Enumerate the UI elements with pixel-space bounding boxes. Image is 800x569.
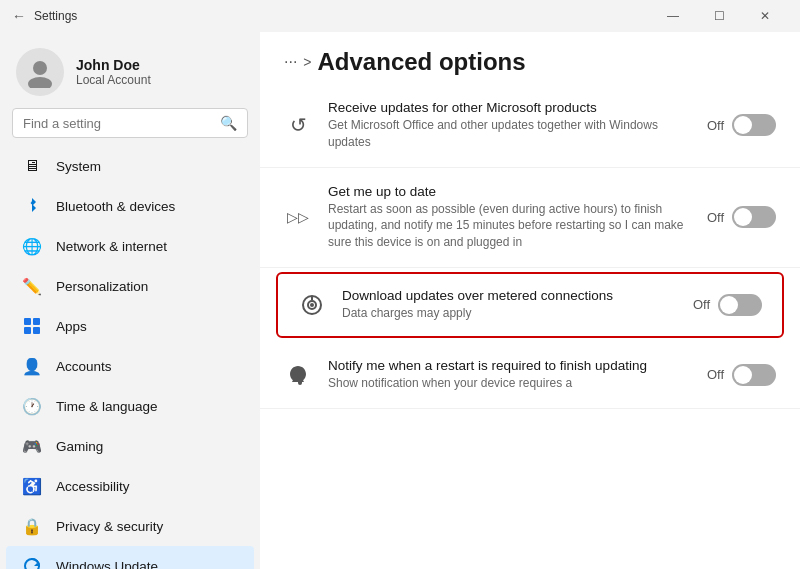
setting-control: Off: [707, 206, 776, 228]
sidebar-item-accounts[interactable]: 👤 Accounts: [6, 346, 254, 386]
sidebar-item-system[interactable]: 🖥 System: [6, 146, 254, 186]
sidebar-item-label: Windows Update: [56, 559, 158, 570]
sidebar-item-windows-update[interactable]: Windows Update: [6, 546, 254, 569]
setting-title: Notify me when a restart is required to …: [328, 358, 691, 373]
svg-point-11: [310, 303, 314, 307]
sidebar-item-label: Gaming: [56, 439, 103, 454]
page-header: ··· > Advanced options: [260, 32, 800, 84]
sidebar-item-personalization[interactable]: ✏️ Personalization: [6, 266, 254, 306]
avatar: [16, 48, 64, 96]
metered-connections-icon: [298, 291, 326, 319]
sidebar-item-privacy[interactable]: 🔒 Privacy & security: [6, 506, 254, 546]
user-info: John Doe Local Account: [76, 57, 151, 87]
sidebar-item-label: Bluetooth & devices: [56, 199, 175, 214]
toggle-metered-connections[interactable]: [718, 294, 762, 316]
setting-value: Off: [707, 367, 724, 382]
maximize-button[interactable]: ☐: [696, 0, 742, 32]
sidebar-item-label: Personalization: [56, 279, 148, 294]
title-bar: ← Settings — ☐ ✕: [0, 0, 800, 32]
settings-list: ↺ Receive updates for other Microsoft pr…: [260, 84, 800, 569]
svg-rect-4: [24, 327, 31, 334]
setting-title: Download updates over metered connection…: [342, 288, 677, 303]
gaming-icon: 🎮: [22, 436, 42, 456]
accessibility-icon: ♿: [22, 476, 42, 496]
sidebar-item-gaming[interactable]: 🎮 Gaming: [6, 426, 254, 466]
setting-control: Off: [693, 294, 762, 316]
setting-desc: Get Microsoft Office and other updates t…: [328, 117, 691, 151]
sidebar-item-label: System: [56, 159, 101, 174]
time-icon: 🕐: [22, 396, 42, 416]
main-content: ··· > Advanced options ↺ Receive updates…: [260, 32, 800, 569]
sidebar-item-label: Accessibility: [56, 479, 130, 494]
app-title: Settings: [34, 9, 77, 23]
close-button[interactable]: ✕: [742, 0, 788, 32]
sidebar-item-apps[interactable]: Apps: [6, 306, 254, 346]
search-box[interactable]: 🔍: [12, 108, 248, 138]
toggle-receive-updates[interactable]: [732, 114, 776, 136]
setting-value: Off: [707, 210, 724, 225]
breadcrumb-separator: >: [303, 54, 311, 70]
sidebar: John Doe Local Account 🔍 🖥 System Blueto…: [0, 32, 260, 569]
svg-rect-3: [33, 318, 40, 325]
sidebar-item-network[interactable]: 🌐 Network & internet: [6, 226, 254, 266]
sidebar-item-accessibility[interactable]: ♿ Accessibility: [6, 466, 254, 506]
system-icon: 🖥: [22, 156, 42, 176]
toggle-get-up-to-date[interactable]: [732, 206, 776, 228]
search-icon: 🔍: [220, 115, 237, 131]
setting-value: Off: [707, 118, 724, 133]
back-arrow-icon[interactable]: ←: [12, 8, 26, 24]
setting-text: Receive updates for other Microsoft prod…: [328, 100, 691, 151]
get-up-to-date-icon: ▷▷: [284, 203, 312, 231]
network-icon: 🌐: [22, 236, 42, 256]
sidebar-item-label: Network & internet: [56, 239, 167, 254]
minimize-button[interactable]: —: [650, 0, 696, 32]
nav-list: 🖥 System Bluetooth & devices 🌐 Network &…: [0, 146, 260, 569]
notify-restart-icon: [284, 361, 312, 389]
setting-control: Off: [707, 114, 776, 136]
accounts-icon: 👤: [22, 356, 42, 376]
bluetooth-icon: [22, 196, 42, 216]
breadcrumb-dots[interactable]: ···: [284, 53, 297, 71]
page-title: Advanced options: [318, 48, 526, 76]
setting-desc: Show notification when your device requi…: [328, 375, 691, 392]
svg-rect-5: [33, 327, 40, 334]
windows-update-icon: [22, 556, 42, 569]
toggle-notify-restart[interactable]: [732, 364, 776, 386]
setting-item-get-up-to-date: ▷▷ Get me up to date Restart as soon as …: [260, 168, 800, 268]
svg-point-1: [28, 77, 52, 88]
setting-item-notify-restart: Notify me when a restart is required to …: [260, 342, 800, 409]
setting-title: Get me up to date: [328, 184, 691, 199]
user-profile[interactable]: John Doe Local Account: [0, 32, 260, 108]
title-bar-controls: — ☐ ✕: [650, 0, 788, 32]
setting-item-metered-connections: Download updates over metered connection…: [276, 272, 784, 338]
setting-control: Off: [707, 364, 776, 386]
sidebar-item-bluetooth[interactable]: Bluetooth & devices: [6, 186, 254, 226]
personalization-icon: ✏️: [22, 276, 42, 296]
setting-text: Get me up to date Restart as soon as pos…: [328, 184, 691, 251]
setting-desc: Data charges may apply: [342, 305, 677, 322]
title-bar-left: ← Settings: [12, 8, 77, 24]
search-input[interactable]: [23, 116, 212, 131]
svg-rect-2: [24, 318, 31, 325]
privacy-icon: 🔒: [22, 516, 42, 536]
setting-desc: Restart as soon as possible (even during…: [328, 201, 691, 251]
setting-text: Notify me when a restart is required to …: [328, 358, 691, 392]
setting-text: Download updates over metered connection…: [342, 288, 677, 322]
apps-icon: [22, 316, 42, 336]
sidebar-item-time[interactable]: 🕐 Time & language: [6, 386, 254, 426]
sidebar-item-label: Time & language: [56, 399, 158, 414]
sidebar-item-label: Accounts: [56, 359, 112, 374]
sidebar-item-label: Privacy & security: [56, 519, 163, 534]
sidebar-item-label: Apps: [56, 319, 87, 334]
user-name: John Doe: [76, 57, 151, 73]
app-body: John Doe Local Account 🔍 🖥 System Blueto…: [0, 32, 800, 569]
setting-title: Receive updates for other Microsoft prod…: [328, 100, 691, 115]
receive-updates-icon: ↺: [284, 111, 312, 139]
user-account: Local Account: [76, 73, 151, 87]
setting-value: Off: [693, 297, 710, 312]
svg-point-0: [33, 61, 47, 75]
setting-item-receive-updates: ↺ Receive updates for other Microsoft pr…: [260, 84, 800, 168]
